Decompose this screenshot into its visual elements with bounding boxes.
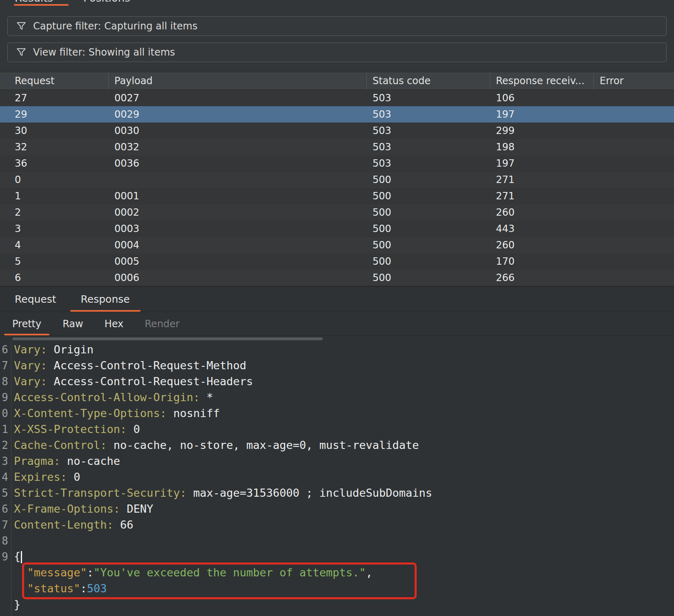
cell-response-received: 260	[490, 204, 594, 221]
response-view-tab-bar: Pretty Raw Hex Render	[0, 312, 674, 336]
cell-payload	[109, 172, 367, 188]
capture-filter-bar[interactable]: Capture filter: Capturing all items	[7, 16, 667, 36]
cell-status-code: 503	[367, 155, 490, 172]
results-table: Request Payload Status code Response rec…	[0, 72, 674, 286]
cell-error	[594, 253, 674, 270]
tab-render: Render	[134, 312, 190, 335]
cell-payload: 0032	[109, 139, 367, 155]
cell-request: 2	[0, 204, 109, 221]
table-row[interactable]: 4 0004 500 260	[0, 237, 674, 253]
cell-response-received: 443	[490, 221, 594, 237]
cell-error	[594, 221, 674, 237]
cell-status-code: 503	[367, 139, 490, 155]
cell-request: 29	[0, 106, 109, 123]
cell-response-received: 266	[490, 270, 594, 286]
table-row[interactable]: 0 500 271	[0, 172, 674, 188]
cell-status-code: 500	[367, 221, 490, 237]
tab-results-active-indicator	[14, 4, 69, 6]
cell-payload: 0001	[109, 188, 367, 204]
code-lines: 6Vary: Origin7Vary: Access-Control-Reque…	[0, 341, 674, 612]
table-row[interactable]: 27 0027 503 106	[0, 90, 674, 106]
cell-error	[594, 123, 674, 139]
view-filter-text: View filter: Showing all items	[33, 47, 175, 58]
cell-error	[594, 139, 674, 155]
tab-raw[interactable]: Raw	[52, 312, 94, 335]
cell-payload: 0006	[109, 270, 367, 286]
cell-request: 3	[0, 221, 109, 237]
cell-status-code: 503	[367, 90, 490, 106]
table-row[interactable]: 6 0006 500 266	[0, 270, 674, 286]
tab-response[interactable]: Response	[69, 287, 142, 312]
cell-status-code: 500	[367, 204, 490, 221]
cell-payload: 0002	[109, 204, 367, 221]
tab-pretty[interactable]: Pretty	[2, 312, 52, 335]
table-row[interactable]: 29 0029 503 197	[0, 106, 674, 123]
request-response-tab-bar: Request Response	[0, 287, 674, 312]
results-table-body: 27 0027 503 106 29 0029 503 197 30 0030 …	[0, 90, 674, 286]
horizontal-scrollbar-thumb[interactable]	[12, 337, 323, 340]
tab-request[interactable]: Request	[2, 287, 69, 312]
table-row[interactable]: 36 0036 503 197	[0, 155, 674, 172]
cell-request: 32	[0, 139, 109, 155]
tab-results[interactable]: Results	[15, 0, 53, 4]
cell-request: 4	[0, 237, 109, 253]
cell-status-code: 503	[367, 123, 490, 139]
cell-response-received: 197	[490, 106, 594, 123]
cell-error	[594, 106, 674, 123]
top-tab-bar: Results Positions	[0, 0, 674, 7]
table-row[interactable]: 30 0030 503 299	[0, 123, 674, 139]
response-body-editor[interactable]: 6Vary: Origin7Vary: Access-Control-Reque…	[0, 341, 674, 616]
cell-error	[594, 90, 674, 106]
cell-error	[594, 155, 674, 172]
cell-payload: 0027	[109, 90, 367, 106]
cell-request: 27	[0, 90, 109, 106]
cell-response-received: 106	[490, 90, 594, 106]
cell-request: 6	[0, 270, 109, 286]
cell-status-code: 500	[367, 237, 490, 253]
cell-status-code: 500	[367, 253, 490, 270]
cell-status-code: 503	[367, 106, 490, 123]
cell-response-received: 299	[490, 123, 594, 139]
column-header-response-received[interactable]: Response receiv...	[490, 72, 594, 89]
cell-status-code: 500	[367, 172, 490, 188]
cell-response-received: 260	[490, 237, 594, 253]
cell-request: 5	[0, 253, 109, 270]
cell-error	[594, 188, 674, 204]
cell-error	[594, 270, 674, 286]
column-header-error[interactable]: Error	[594, 72, 674, 89]
cell-response-received: 198	[490, 139, 594, 155]
cell-request: 0	[0, 172, 109, 188]
filter-funnel-icon	[16, 21, 27, 31]
column-header-payload[interactable]: Payload	[109, 72, 367, 89]
cell-error	[594, 172, 674, 188]
table-row[interactable]: 5 0005 500 170	[0, 253, 674, 270]
cell-payload: 0005	[109, 253, 367, 270]
cell-payload: 0030	[109, 123, 367, 139]
cell-error	[594, 204, 674, 221]
cell-payload: 0003	[109, 221, 367, 237]
cell-request: 36	[0, 155, 109, 172]
cell-status-code: 500	[367, 270, 490, 286]
capture-filter-text: Capture filter: Capturing all items	[33, 20, 198, 32]
column-header-status-code[interactable]: Status code	[367, 72, 490, 89]
cell-response-received: 170	[490, 253, 594, 270]
cell-payload: 0029	[109, 106, 367, 123]
cell-request: 30	[0, 123, 109, 139]
table-row[interactable]: 1 0001 500 271	[0, 188, 674, 204]
results-table-header: Request Payload Status code Response rec…	[0, 72, 674, 90]
table-row[interactable]: 32 0032 503 198	[0, 139, 674, 155]
cell-response-received: 197	[490, 155, 594, 172]
tab-hex[interactable]: Hex	[94, 312, 134, 335]
message-editor-panel: Request Response Pretty Raw Hex Render 6…	[0, 286, 674, 616]
table-row[interactable]: 3 0003 500 443	[0, 221, 674, 237]
tab-positions[interactable]: Positions	[83, 0, 130, 4]
column-header-request[interactable]: Request	[0, 72, 109, 89]
cell-payload: 0036	[109, 155, 367, 172]
cell-error	[594, 237, 674, 253]
horizontal-scrollbar[interactable]	[0, 336, 674, 341]
cell-payload: 0004	[109, 237, 367, 253]
view-filter-bar[interactable]: View filter: Showing all items	[7, 42, 667, 62]
filter-funnel-icon	[16, 47, 27, 58]
table-row[interactable]: 2 0002 500 260	[0, 204, 674, 221]
cell-status-code: 500	[367, 188, 490, 204]
